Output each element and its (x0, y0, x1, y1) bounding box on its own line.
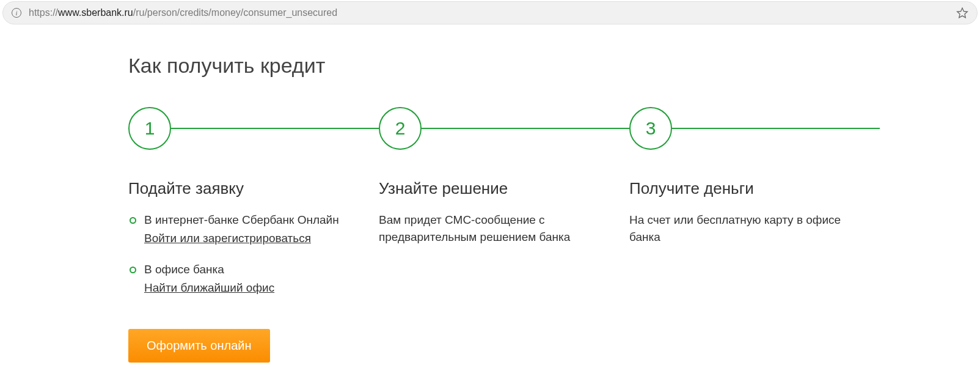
step-3-title: Получите деньги (629, 179, 855, 198)
login-register-link[interactable]: Войти или зарегистрироваться (144, 230, 311, 247)
bullet-text: В офисе банка (144, 263, 224, 276)
step-3-text: На счет или бесплатную карту в офисе бан… (629, 212, 855, 245)
step-2-text: Вам придет СМС-сообщение с предварительн… (379, 212, 605, 245)
step-1-bullets: В интернет-банке Сбербанк Онлайн Войти и… (128, 212, 354, 296)
step-3-line (672, 128, 880, 129)
step-2-header: 2 (379, 107, 629, 150)
step-3-circle: 3 (629, 107, 672, 150)
page-content: Как получить кредит 1 Подайте заявку В и… (0, 24, 980, 365)
list-item: В интернет-банке Сбербанк Онлайн Войти и… (128, 212, 354, 246)
apply-online-button[interactable]: Оформить онлайн (128, 329, 270, 363)
url-host: www.sberbank.ru (58, 7, 133, 18)
bullet-text: В интернет-банке Сбербанк Онлайн (144, 213, 339, 226)
find-office-link[interactable]: Найти ближайший офис (144, 279, 274, 297)
step-3-header: 3 (629, 107, 880, 150)
bookmark-star-icon[interactable] (956, 7, 968, 19)
step-1-title: Подайте заявку (128, 179, 354, 198)
list-item: В офисе банка Найти ближайший офис (128, 261, 354, 296)
step-2-line (422, 128, 629, 129)
steps-row: 1 Подайте заявку В интернет-банке Сберба… (128, 107, 880, 363)
step-1-header: 1 (128, 107, 379, 150)
step-2: 2 Узнайте решение Вам придет СМС-сообщен… (379, 107, 629, 363)
step-1-circle: 1 (128, 107, 171, 150)
step-1: 1 Подайте заявку В интернет-банке Сберба… (128, 107, 379, 363)
step-3: 3 Получите деньги На счет или бесплатную… (629, 107, 880, 363)
browser-address-bar[interactable]: i https://www.sberbank.ru/ru/person/cred… (2, 1, 978, 24)
url-path: /ru/person/credits/money/consumer_unsecu… (133, 7, 337, 18)
step-2-circle: 2 (379, 107, 422, 150)
step-2-title: Узнайте решение (379, 179, 605, 198)
url-field[interactable]: https://www.sberbank.ru/ru/person/credit… (29, 7, 956, 18)
page-heading: Как получить кредит (128, 54, 980, 78)
svg-marker-0 (957, 8, 968, 18)
step-1-line (171, 128, 379, 129)
info-icon[interactable]: i (12, 8, 21, 18)
url-prefix: https:// (29, 7, 58, 18)
